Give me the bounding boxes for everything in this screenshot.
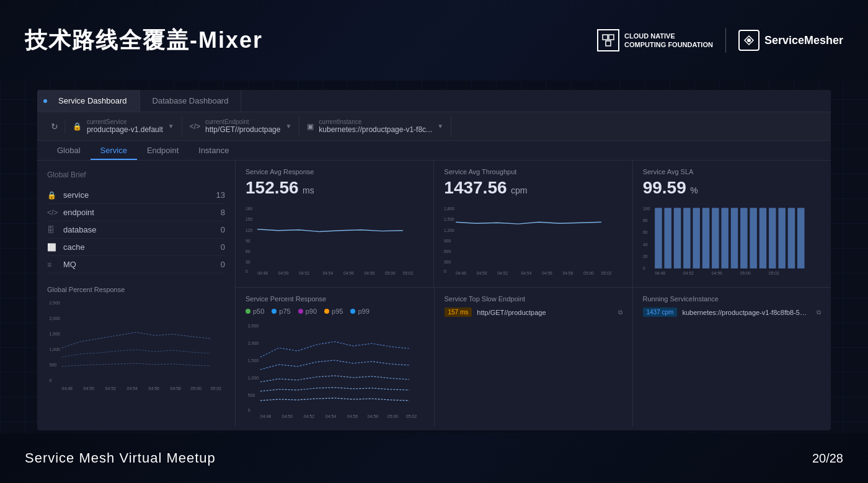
svg-text:05:00: 05:00 (740, 271, 751, 275)
legend-dot-p75 (272, 309, 277, 314)
svg-text:500: 500 (248, 393, 255, 397)
refresh-button[interactable]: ↻ (45, 119, 65, 134)
svg-point-3 (747, 38, 751, 42)
legend: p50 p75 p90 p95 (246, 308, 424, 315)
svg-rect-0 (603, 35, 608, 40)
global-percent-panel: Global Percent Response 2,500 2,000 1,50… (47, 286, 225, 394)
svg-text:04:52: 04:52 (304, 414, 315, 419)
tabs-bar: Service Dashboard Database Dashboard (37, 90, 831, 112)
sla-label: Service Avg SLA (643, 168, 821, 175)
svg-text:150: 150 (246, 217, 252, 221)
endpoint-select-content: currentEndpoint http/GET//productpage (205, 118, 280, 134)
svg-rect-56 (673, 208, 680, 268)
sidebar-item-mq: ≡ MQ 0 (47, 256, 225, 273)
svg-text:04:50: 04:50 (84, 386, 95, 391)
copy-icon[interactable]: ⧉ (618, 309, 622, 316)
response-value: 152.56 (246, 178, 299, 197)
nav-tab-endpoint[interactable]: Endpoint (137, 141, 188, 160)
svg-text:04:54: 04:54 (127, 386, 138, 391)
svg-rect-67 (778, 208, 785, 268)
running-instance-item: 1437 cpm kubernetes://productpage-v1-f8c… (643, 308, 822, 317)
nav-tab-instance[interactable]: Instance (188, 141, 239, 160)
instance-badge: 1437 cpm (643, 308, 678, 317)
svg-text:1,500: 1,500 (248, 358, 259, 363)
legend-p75: p75 (272, 308, 290, 315)
svg-rect-62 (730, 208, 737, 268)
response-chart: 180 150 120 90 60 30 0 04:48 04:50 04:52… (246, 203, 423, 280)
svg-text:04:56: 04:56 (149, 386, 160, 391)
footer-title: Service Mesh Virtual Meetup (25, 450, 216, 466)
legend-dot-p99 (350, 309, 355, 314)
top-slow-title: Service Top Slow Endpoint (445, 295, 622, 303)
sla-chart: 100 80 60 40 20 0 (643, 203, 821, 280)
legend-p90: p90 (298, 308, 317, 315)
svg-text:04:56: 04:56 (712, 271, 722, 275)
global-percent-chart: 2,500 2,000 1,500 1,000 500 0 04:48 04:5… (47, 298, 225, 391)
svg-text:40: 40 (643, 242, 648, 247)
svg-text:05:02: 05:02 (769, 271, 779, 275)
running-instance-title: Running ServiceInstance (643, 295, 822, 303)
svg-text:1,500: 1,500 (444, 217, 454, 221)
instance-url: kubernetes://productpage-v1-f8c8fb8-5mlq… (682, 309, 812, 316)
svg-text:04:54: 04:54 (521, 271, 532, 275)
svg-text:1,200: 1,200 (444, 228, 454, 233)
svg-text:0: 0 (50, 378, 52, 383)
legend-label-p99: p99 (358, 308, 369, 315)
svg-text:1,500: 1,500 (50, 332, 61, 336)
svg-text:04:48: 04:48 (62, 386, 73, 391)
service-name: service (63, 190, 216, 200)
svg-text:04:48: 04:48 (456, 271, 466, 275)
sidebar: Global Brief 🔒 service 13 </> endpoint 8… (37, 161, 236, 427)
mq-count: 0 (221, 260, 225, 269)
nav-tab-service[interactable]: Service (91, 141, 137, 160)
svg-text:1,800: 1,800 (444, 206, 454, 211)
svg-text:05:02: 05:02 (406, 414, 417, 419)
throughput-chart: 1,800 1,500 1,200 900 600 300 0 04:48 04… (444, 203, 622, 280)
svg-text:04:58: 04:58 (368, 414, 379, 419)
svg-rect-61 (721, 208, 728, 268)
sla-value: 99.59 (643, 178, 686, 197)
sla-panel: Service Avg SLA 99.59 % 100 80 60 40 20 … (633, 161, 831, 287)
tab-database-dashboard[interactable]: Database Dashboard (140, 90, 242, 112)
svg-rect-55 (664, 208, 671, 268)
legend-dot-p95 (324, 309, 329, 314)
instance-select-arrow: ▼ (437, 123, 443, 130)
logo-divider (725, 28, 726, 53)
cncf-icon (597, 29, 619, 51)
sm-icon (738, 30, 760, 51)
svg-text:04:50: 04:50 (282, 414, 293, 419)
instance-copy-icon[interactable]: ⧉ (817, 309, 821, 316)
svg-text:1,000: 1,000 (248, 376, 259, 380)
sla-unit: % (690, 185, 698, 195)
svg-text:04:48: 04:48 (655, 271, 665, 275)
svg-text:0: 0 (643, 266, 645, 270)
legend-p50: p50 (246, 308, 264, 315)
svg-text:1,000: 1,000 (50, 347, 61, 352)
cache-icon: ⬜ (47, 243, 60, 252)
svg-text:60: 60 (246, 249, 250, 254)
svg-text:2,500: 2,500 (50, 301, 61, 305)
dashboard-container: Service Dashboard Database Dashboard ↻ 🔒… (37, 90, 831, 430)
svg-text:180: 180 (246, 206, 252, 211)
response-panel: Service Avg Response 152.56 ms 180 150 1… (236, 161, 434, 287)
top-slow-item: 157 ms http/GET//productpage ⧉ (445, 308, 622, 317)
svg-text:05:02: 05:02 (601, 271, 612, 275)
service-lock-icon: 🔒 (47, 191, 60, 200)
svg-text:04:58: 04:58 (563, 271, 574, 275)
nav-tab-global[interactable]: Global (47, 141, 91, 160)
svg-text:05:02: 05:02 (403, 271, 414, 275)
response-unit: ms (303, 185, 314, 195)
svg-text:04:52: 04:52 (299, 271, 309, 275)
svg-text:04:52: 04:52 (683, 271, 694, 275)
tab-service-dashboard[interactable]: Service Dashboard (37, 90, 140, 112)
current-service-select[interactable]: 🔒 currentService productpage-v1.default … (65, 116, 182, 136)
service-percent-chart: 2,500 2,000 1,500 1,000 500 0 04:48 04 (246, 320, 424, 419)
svg-text:60: 60 (643, 230, 648, 234)
instance-select-content: currentInstance kubernetes://productpage… (319, 118, 432, 134)
svg-text:300: 300 (444, 260, 451, 264)
legend-dot-p50 (246, 309, 250, 314)
throughput-label: Service Avg Throughput (444, 168, 622, 175)
current-instance-select[interactable]: ▣ currentInstance kubernetes://productpa… (299, 116, 451, 136)
cncf-logo: CLOUD NATIVE COMPUTING FOUNDATION (597, 29, 713, 51)
current-endpoint-select[interactable]: </> currentEndpoint http/GET//productpag… (182, 116, 300, 136)
